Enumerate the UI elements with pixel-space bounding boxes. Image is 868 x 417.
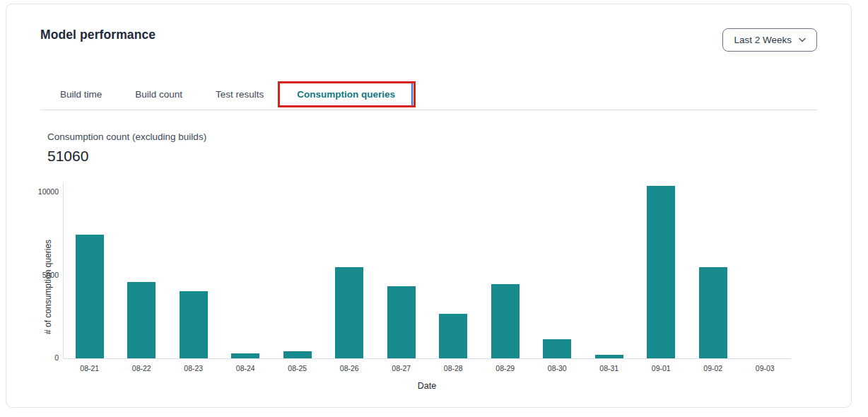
x-tick-label: 08-25	[271, 364, 324, 372]
bar-08-21[interactable]	[76, 235, 104, 358]
x-tick-label: 08-24	[220, 364, 272, 372]
bar-slot: 09-01	[635, 183, 688, 358]
y-tick-label: 5000	[42, 271, 59, 279]
x-tick-label: 08-21	[64, 364, 116, 372]
bar-08-24[interactable]	[231, 353, 259, 358]
tab-consumption-queries[interactable]: Consumption queries	[297, 88, 395, 100]
bar-slot: 08-21	[64, 183, 116, 358]
bar-slot: 08-24	[220, 183, 272, 358]
bar-08-31[interactable]	[595, 355, 623, 358]
tab-consumption-queries-label: Consumption queries	[297, 89, 395, 100]
x-tick-label: 08-23	[168, 364, 220, 372]
y-tick-label: 0	[54, 353, 59, 362]
consumption-queries-chart: # of consumption queries 08-2108-2208-23…	[41, 181, 797, 397]
metric-value: 51060	[47, 147, 817, 165]
x-tick-label: 08-29	[479, 364, 532, 372]
highlight-caret-annotation	[411, 83, 413, 105]
bar-08-30[interactable]	[543, 339, 571, 358]
chevron-down-icon	[799, 37, 806, 42]
x-tick-label: 08-31	[583, 364, 635, 372]
bar-08-27[interactable]	[387, 286, 416, 358]
bar-09-02[interactable]	[699, 267, 727, 358]
x-tick-label: 08-22	[116, 364, 168, 372]
x-tick-label: 09-01	[635, 364, 688, 372]
x-tick-label: 09-03	[739, 364, 792, 372]
bar-slot: 08-27	[375, 183, 428, 358]
bar-slot: 08-31	[583, 183, 635, 358]
bar-slot: 08-25	[271, 183, 324, 358]
bar-08-25[interactable]	[283, 351, 312, 358]
x-tick-label: 09-02	[687, 364, 739, 372]
page-title: Model performance	[40, 27, 156, 42]
y-tick-label: 10000	[38, 187, 59, 196]
tab-build-count[interactable]: Build count	[135, 88, 182, 100]
tab-test-results[interactable]: Test results	[216, 88, 264, 100]
tab-build-time[interactable]: Build time	[60, 88, 102, 100]
date-range-dropdown[interactable]: Last 2 Weeks	[722, 28, 817, 52]
bar-slot: 08-22	[116, 183, 168, 358]
bar-slot: 08-26	[324, 183, 376, 358]
date-range-value: Last 2 Weeks	[734, 35, 792, 45]
bar-08-26[interactable]	[335, 267, 363, 358]
bar-slot: 09-03	[739, 183, 792, 358]
x-tick-label: 08-28	[428, 364, 480, 372]
bar-08-23[interactable]	[180, 291, 208, 358]
card-header: Model performance Last 2 Weeks	[6, 4, 851, 52]
metric-label: Consumption count (excluding builds)	[47, 131, 817, 143]
bar-08-29[interactable]	[491, 284, 520, 358]
bar-slot: 08-29	[479, 183, 532, 358]
bar-slot: 08-28	[428, 183, 480, 358]
metric-block: Consumption count (excluding builds) 510…	[47, 131, 817, 165]
x-tick-label: 08-30	[532, 364, 584, 372]
x-axis-title: Date	[63, 381, 791, 391]
plot-area: 08-2108-2208-2308-2408-2508-2608-2708-28…	[63, 183, 791, 359]
tabs-bar: Build time Build count Test results Cons…	[40, 88, 817, 110]
x-tick-label: 08-26	[324, 364, 376, 372]
bar-slot: 08-23	[168, 183, 220, 358]
bar-08-22[interactable]	[127, 282, 156, 358]
model-performance-card: Model performance Last 2 Weeks Build tim…	[6, 4, 852, 408]
bar-08-28[interactable]	[439, 314, 467, 358]
bar-slot: 08-30	[532, 183, 584, 358]
x-tick-label: 08-27	[375, 364, 428, 372]
bar-slot: 09-02	[687, 183, 739, 358]
bar-09-01[interactable]	[647, 186, 675, 358]
